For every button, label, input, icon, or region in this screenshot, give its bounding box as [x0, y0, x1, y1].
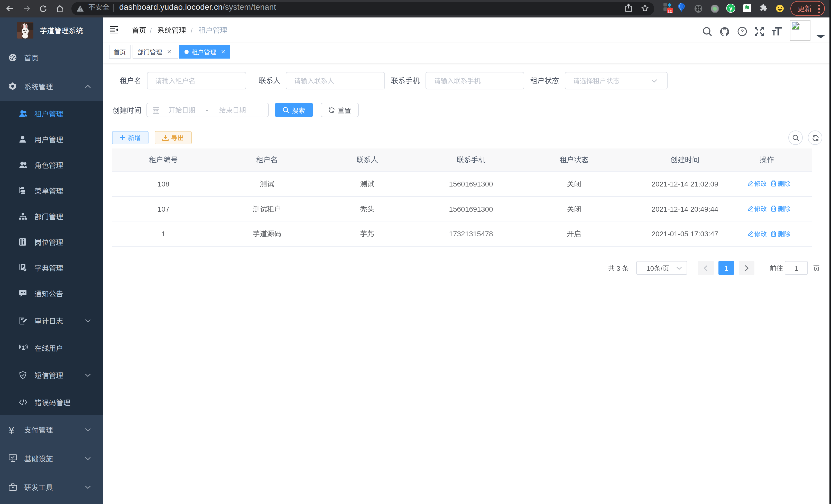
- svg-text:?: ?: [741, 29, 744, 35]
- svg-text:y: y: [729, 5, 732, 11]
